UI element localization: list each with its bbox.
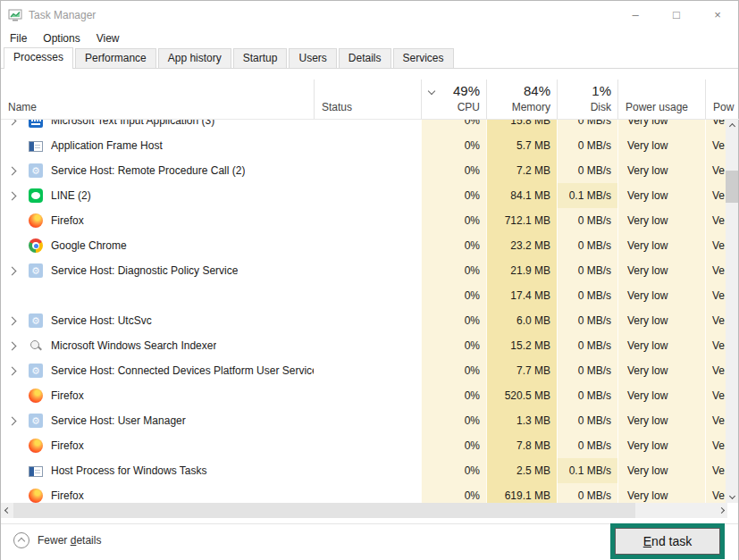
expand-chevron-icon[interactable] (8, 266, 17, 275)
scroll-right-button[interactable] (715, 503, 727, 518)
process-row[interactable]: Service Host: UtcSvc 0% 6.0 MB 0 MB/s Ve… (1, 308, 727, 333)
window-title: Task Manager (29, 9, 96, 21)
tab-details[interactable]: Details (339, 48, 391, 68)
column-header-status[interactable]: Status (314, 79, 421, 119)
expand-chevron-icon[interactable] (8, 166, 17, 175)
scroll-left-button[interactable] (1, 503, 13, 518)
vertical-scrollbar-thumb[interactable] (726, 171, 738, 203)
process-name: Host Process for Windows Tasks (51, 464, 207, 477)
expand-chevron-icon[interactable] (8, 120, 17, 125)
power-usage-cell: Very low (617, 383, 705, 408)
tab-performance[interactable]: Performance (75, 48, 156, 68)
process-row[interactable]: Service Host: Diagnostic Policy Service … (1, 258, 727, 283)
chevron-down-icon (728, 493, 735, 499)
status-cell (314, 120, 421, 133)
status-cell (314, 233, 421, 258)
expand-chevron-icon[interactable] (8, 366, 17, 375)
menu-bar: File Options View (1, 29, 738, 47)
power-trend-cell: Ve (705, 208, 727, 233)
process-row[interactable]: Host Process for Windows Tasks 0% 2.5 MB… (1, 458, 727, 483)
disk-cell: 0 MB/s (557, 283, 617, 308)
power-trend-cell: Ve (705, 308, 727, 333)
expand-chevron-icon[interactable] (8, 316, 17, 325)
process-row[interactable]: LINE (2) 0% 84.1 MB 0.1 MB/s Very low Ve (1, 183, 727, 208)
tab-services[interactable]: Services (393, 48, 454, 68)
disk-cell: 0 MB/s (557, 233, 617, 258)
process-row[interactable]: Microsoft Text Input Application (3) 0% … (1, 120, 727, 133)
column-header-power-usage[interactable]: Power usage (617, 79, 705, 119)
process-name-cell: Firefox (1, 433, 314, 458)
power-usage-cell: Very low (617, 458, 705, 483)
power-usage-cell: Very low (617, 208, 705, 233)
cpu-cell: 0% (421, 483, 486, 503)
minimize-button[interactable]: – (615, 1, 656, 29)
end-task-button[interactable]: End task (615, 528, 720, 555)
column-header-name[interactable]: Name (1, 79, 314, 119)
tab-app-history[interactable]: App history (158, 48, 231, 68)
power-usage-cell: Very low (617, 133, 705, 158)
status-cell (314, 483, 421, 503)
memory-cell: 7.2 MB (486, 158, 557, 183)
chevron-right-icon (718, 507, 724, 514)
expand-chevron-icon[interactable] (8, 416, 17, 425)
memory-cell: 15.2 MB (486, 333, 557, 358)
process-row[interactable]: Service Host: Remote Procedure Call (2) … (1, 158, 727, 183)
process-row[interactable]: Firefox 0% 7.8 MB 0 MB/s Very low Ve (1, 433, 727, 458)
maximize-icon: □ (673, 8, 680, 21)
cpu-cell: 0% (421, 133, 486, 158)
maximize-button[interactable]: □ (656, 1, 697, 29)
cpu-cell: 0% (421, 383, 486, 408)
power-usage-cell: Very low (617, 233, 705, 258)
menu-file[interactable]: File (2, 30, 35, 46)
expand-chevron-icon[interactable] (8, 191, 17, 200)
column-header-power-trend[interactable]: Pow (705, 79, 739, 119)
tab-users[interactable]: Users (289, 48, 336, 68)
process-name-cell: Firefox (1, 483, 314, 503)
process-name-cell: Microsoft Text Input Application (3) (1, 120, 314, 133)
tab-strip: Processes Performance App history Startu… (1, 48, 738, 69)
tab-processes[interactable]: Processes (4, 47, 73, 69)
cpu-cell: 0% (421, 458, 486, 483)
scroll-down-button[interactable] (726, 489, 738, 503)
chevron-left-icon (4, 507, 10, 514)
status-cell (314, 283, 421, 308)
fewer-details-toggle[interactable]: Fewer details (13, 532, 101, 548)
collapse-circle-icon (13, 532, 29, 548)
disk-cell: 0 MB/s (557, 120, 617, 133)
process-row[interactable]: Service Host: User Manager 0% 1.3 MB 0 M… (1, 408, 727, 433)
process-name-cell: Service Host: UtcSvc (1, 308, 314, 333)
power-trend-cell: Ve (705, 258, 727, 283)
column-header-memory[interactable]: 84% Memory (486, 79, 557, 119)
cpu-cell: 0% (421, 283, 486, 308)
process-row[interactable]: Application Frame Host 0% 5.7 MB 0 MB/s … (1, 133, 727, 158)
process-name-cell: Service Host: Remote Procedure Call (2) (1, 158, 314, 183)
column-header-disk[interactable]: 1% Disk (557, 79, 617, 119)
process-row[interactable]: Google Chrome 0% 23.2 MB 0 MB/s Very low… (1, 233, 727, 258)
process-row[interactable]: Service Host: Connected Devices Platform… (1, 358, 727, 383)
process-row[interactable]: Firefox 0% 619.1 MB 0 MB/s Very low Ve (1, 483, 727, 503)
process-name-cell: Firefox (1, 208, 314, 233)
menu-options[interactable]: Options (35, 30, 88, 46)
tab-startup[interactable]: Startup (233, 48, 288, 68)
expand-chevron-icon[interactable] (8, 341, 17, 350)
horizontal-scrollbar[interactable] (1, 503, 727, 518)
process-name: Firefox (51, 439, 84, 452)
sort-indicator-icon (428, 88, 435, 95)
power-usage-cell: Very low (617, 433, 705, 458)
scroll-up-button[interactable] (726, 120, 738, 133)
process-row[interactable]: Firefox 0% 712.1 MB 0 MB/s Very low Ve (1, 208, 727, 233)
column-headers: Name Status 49% CPU 84% Memory 1% Disk P… (1, 79, 739, 120)
process-row[interactable]: Microsoft Windows Search Indexer 0% 15.2… (1, 333, 727, 358)
close-button[interactable]: × (697, 1, 738, 29)
column-header-cpu[interactable]: 49% CPU (421, 79, 486, 119)
vertical-scrollbar[interactable] (726, 120, 738, 503)
process-row[interactable]: Firefox 0% 520.5 MB 0 MB/s Very low Ve (1, 383, 727, 408)
end-task-highlight-box: End task (610, 523, 725, 559)
horizontal-scrollbar-thumb[interactable] (13, 503, 635, 518)
process-row[interactable]: 0% 17.4 MB 0 MB/s Very low Ve (1, 283, 727, 308)
disk-cell: 0 MB/s (557, 258, 617, 283)
process-name: Firefox (51, 389, 84, 402)
power-trend-cell: Ve (705, 408, 727, 433)
disk-cell: 0 MB/s (557, 333, 617, 358)
menu-view[interactable]: View (88, 30, 128, 46)
